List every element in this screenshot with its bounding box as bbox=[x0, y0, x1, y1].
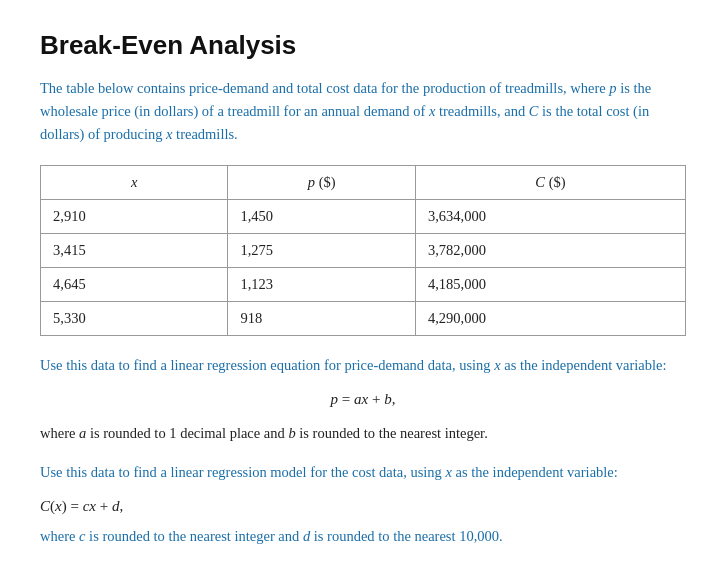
cell-p-2: 1,275 bbox=[228, 233, 415, 267]
cell-p-1: 1,450 bbox=[228, 199, 415, 233]
intro-text-3: treadmills, and bbox=[435, 103, 528, 119]
cell-x-3: 4,645 bbox=[41, 267, 228, 301]
cell-x-4: 5,330 bbox=[41, 301, 228, 335]
intro-text-5: treadmills. bbox=[172, 126, 237, 142]
cost-equation: C(x) = cx + d, bbox=[40, 498, 686, 515]
equation-plus-b: + bbox=[368, 391, 384, 407]
table-row: 4,645 1,123 4,185,000 bbox=[41, 267, 686, 301]
equation-b: b bbox=[384, 391, 392, 407]
s1-text-mid: as the independent variable: bbox=[501, 357, 667, 373]
equation-comma: , bbox=[392, 391, 396, 407]
where-c-text-2: is rounded to the nearest integer and bbox=[85, 528, 302, 544]
cost-eq-close: ) = bbox=[62, 498, 83, 514]
cost-eq-plus-d: + bbox=[96, 498, 112, 514]
where-text-2: is rounded to 1 decimal place and bbox=[86, 425, 288, 441]
table-row: 2,910 1,450 3,634,000 bbox=[41, 199, 686, 233]
where-text-3: is rounded to the nearest integer. bbox=[296, 425, 488, 441]
data-table: x p ($) C ($) 2,910 1,450 3,634,000 3,41… bbox=[40, 165, 686, 336]
where-c-text-1: where bbox=[40, 528, 79, 544]
s1-text-before: Use this data to find a linear regressio… bbox=[40, 357, 494, 373]
cell-x-1: 2,910 bbox=[41, 199, 228, 233]
where-text-1: where bbox=[40, 425, 79, 441]
intro-paragraph: The table below contains price-demand an… bbox=[40, 77, 686, 147]
page-title: Break-Even Analysis bbox=[40, 30, 686, 61]
equation-a: ax bbox=[354, 391, 368, 407]
equation-equals: = bbox=[338, 391, 354, 407]
cell-c-2: 3,782,000 bbox=[415, 233, 685, 267]
where-ab-text: where a is rounded to 1 decimal place an… bbox=[40, 422, 686, 445]
s2-text-mid: as the independent variable: bbox=[452, 464, 618, 480]
table-row: 5,330 918 4,290,000 bbox=[41, 301, 686, 335]
cost-eq-text: C bbox=[40, 498, 50, 514]
table-header-row: x p ($) C ($) bbox=[41, 165, 686, 199]
cell-c-3: 4,185,000 bbox=[415, 267, 685, 301]
section2-intro: Use this data to find a linear regressio… bbox=[40, 461, 686, 484]
where-c-text-3: is rounded to the nearest 10,000. bbox=[310, 528, 503, 544]
cost-eq-comma: , bbox=[119, 498, 123, 514]
cell-p-3: 1,123 bbox=[228, 267, 415, 301]
intro-text-1: The table below contains price-demand an… bbox=[40, 80, 609, 96]
table-row: 3,415 1,275 3,782,000 bbox=[41, 233, 686, 267]
section1-intro: Use this data to find a linear regressio… bbox=[40, 354, 686, 377]
intro-italic-p: p bbox=[609, 80, 616, 96]
col-header-x: x bbox=[41, 165, 228, 199]
s2-text-before: Use this data to find a linear regressio… bbox=[40, 464, 446, 480]
cell-x-2: 3,415 bbox=[41, 233, 228, 267]
cell-c-4: 4,290,000 bbox=[415, 301, 685, 335]
equation-text: p bbox=[331, 391, 339, 407]
cost-eq-x: x bbox=[55, 498, 62, 514]
col-header-c: C ($) bbox=[415, 165, 685, 199]
col-header-p: p ($) bbox=[228, 165, 415, 199]
cost-eq-cx: cx bbox=[83, 498, 96, 514]
cell-p-4: 918 bbox=[228, 301, 415, 335]
price-demand-equation: p = ax + b, bbox=[40, 391, 686, 408]
where-italic-b: b bbox=[288, 425, 295, 441]
cell-c-1: 3,634,000 bbox=[415, 199, 685, 233]
where-cd-text: where c is rounded to the nearest intege… bbox=[40, 525, 686, 548]
